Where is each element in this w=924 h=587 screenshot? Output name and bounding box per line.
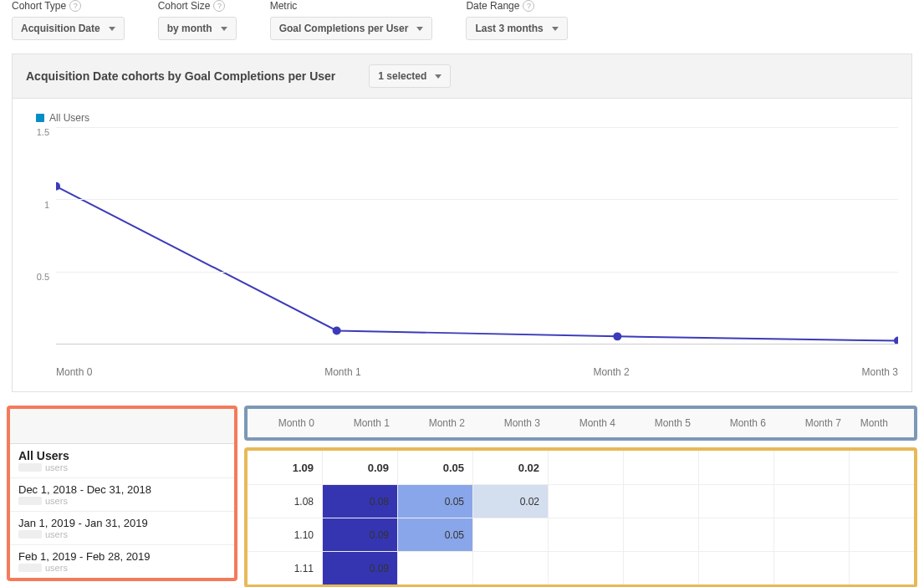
cohort-matrix-cell[interactable] <box>624 485 699 518</box>
cohort-matrix-cell[interactable] <box>624 518 699 551</box>
chevron-down-icon <box>552 27 559 31</box>
svg-point-1 <box>333 326 341 334</box>
cohort-matrix-area: Month 0Month 1Month 2Month 3Month 4Month… <box>237 406 917 587</box>
cohort-matrix-cell[interactable] <box>549 485 624 518</box>
cohort-row-item[interactable]: Dec 1, 2018 - Dec 31, 2018 users <box>10 477 234 511</box>
date-range-label: Date Range ? <box>466 0 567 12</box>
cohort-matrix-cell[interactable] <box>624 552 699 584</box>
cohort-matrix-cell[interactable]: 0.09 <box>323 451 398 484</box>
cohort-matrix-cell[interactable] <box>699 518 774 551</box>
series-selector-dropdown[interactable]: 1 selected <box>369 64 451 88</box>
cohort-column-header: Month 1 <box>323 417 398 429</box>
report-controls: Cohort Type ? Acquisition Date Cohort Si… <box>0 0 924 40</box>
cohort-matrix-cell[interactable] <box>699 485 774 518</box>
cohort-matrix-cell[interactable]: 1.10 <box>248 518 323 551</box>
cohort-matrix-cell[interactable]: 0.02 <box>473 451 549 484</box>
legend-swatch <box>36 114 44 122</box>
cohort-matrix-cell[interactable] <box>398 552 473 584</box>
chart-legend: All Users <box>26 105 898 127</box>
cohort-column-header: Month 7 <box>774 417 850 429</box>
cohort-matrix-cell[interactable] <box>850 451 917 484</box>
cohort-matrix-cell[interactable] <box>699 552 774 584</box>
svg-point-0 <box>56 182 60 191</box>
x-axis: Month 0 Month 1 Month 2 Month 3 <box>26 361 898 378</box>
plot-area[interactable] <box>56 127 898 345</box>
card-body: All Users 1.5 1 0.5 Month 0 Month 1 Mont… <box>13 99 911 391</box>
cohort-type-label: Cohort Type ? <box>12 0 125 12</box>
row-labels-header-gap <box>10 409 234 444</box>
chevron-down-icon <box>435 74 442 79</box>
cohort-matrix-row: 1.090.090.050.02 <box>248 451 914 484</box>
cohort-size-dropdown[interactable]: by month <box>158 17 237 40</box>
card-header: Acquisition Date cohorts by Goal Complet… <box>13 54 911 99</box>
cohort-matrix: 1.090.090.050.021.080.080.050.021.100.09… <box>244 447 917 587</box>
cohort-matrix-cell[interactable]: 0.09 <box>323 518 398 551</box>
cohort-matrix-cell[interactable]: 0.05 <box>398 518 473 551</box>
cohort-matrix-cell[interactable]: 0.08 <box>323 485 398 518</box>
cohort-size-label: Cohort Size ? <box>158 0 237 12</box>
cohort-type-group: Cohort Type ? Acquisition Date <box>12 0 125 40</box>
cohort-matrix-cell[interactable] <box>850 552 917 584</box>
cohort-column-header: Month 6 <box>699 417 774 429</box>
cohort-row-item[interactable]: Feb 1, 2019 - Feb 28, 2019 users <box>10 544 234 578</box>
cohort-matrix-cell[interactable] <box>850 485 917 518</box>
help-icon[interactable]: ? <box>69 0 81 12</box>
metric-label: Metric <box>270 0 433 12</box>
cohort-column-header: Month 3 <box>473 417 549 429</box>
cohort-column-header: Month 0 <box>248 417 323 429</box>
date-range-dropdown[interactable]: Last 3 months <box>466 17 567 40</box>
chevron-down-icon <box>221 27 227 31</box>
cohort-column-header: Month 4 <box>549 417 624 429</box>
date-range-group: Date Range ? Last 3 months <box>466 0 567 40</box>
chevron-down-icon <box>416 27 423 31</box>
cohort-type-dropdown[interactable]: Acquisition Date <box>12 17 125 40</box>
cohort-matrix-cell[interactable] <box>850 518 917 551</box>
cohort-matrix-cell[interactable] <box>774 552 850 584</box>
cohort-matrix-cell[interactable]: 0.05 <box>398 451 473 484</box>
cohort-matrix-cell[interactable]: 1.08 <box>248 485 323 518</box>
cohort-matrix-cell[interactable] <box>549 552 624 584</box>
metric-group: Metric Goal Completions per User <box>270 0 433 40</box>
cohort-matrix-cell[interactable] <box>473 518 549 551</box>
cohort-matrix-cell[interactable]: 0.05 <box>398 485 473 518</box>
cohort-matrix-cell[interactable] <box>774 485 850 518</box>
cohort-matrix-cell[interactable] <box>549 451 624 484</box>
cohort-row-summary[interactable]: All Users users <box>10 444 234 477</box>
svg-point-2 <box>613 332 621 340</box>
y-axis: 1.5 1 0.5 <box>26 127 56 345</box>
card-title: Acquisition Date cohorts by Goal Complet… <box>26 69 335 83</box>
cohort-matrix-cell[interactable]: 0.09 <box>323 552 398 584</box>
chevron-down-icon <box>109 27 115 31</box>
cohort-column-header: Month <box>850 417 896 429</box>
cohort-matrix-row: 1.100.090.05 <box>248 518 914 551</box>
cohort-matrix-cell[interactable]: 0.02 <box>473 485 549 518</box>
cohort-matrix-cell[interactable] <box>774 451 850 484</box>
cohort-matrix-cell[interactable] <box>699 451 774 484</box>
cohort-card: Acquisition Date cohorts by Goal Complet… <box>12 54 912 392</box>
cohort-matrix-cell[interactable] <box>549 518 624 551</box>
legend-label: All Users <box>49 112 89 124</box>
cohort-matrix-row: 1.110.09 <box>248 551 914 584</box>
line-chart[interactable]: 1.5 1 0.5 <box>26 127 898 361</box>
help-icon[interactable]: ? <box>523 0 534 12</box>
cohort-matrix-cell[interactable]: 1.11 <box>248 552 323 584</box>
line-series <box>56 127 898 344</box>
metric-dropdown[interactable]: Goal Completions per User <box>270 17 433 40</box>
cohort-row-item[interactable]: Jan 1, 2019 - Jan 31, 2019 users <box>10 511 234 544</box>
svg-point-3 <box>894 337 898 344</box>
cohort-size-group: Cohort Size ? by month <box>158 0 237 40</box>
cohort-matrix-cell[interactable] <box>774 518 850 551</box>
cohort-column-header: Month 2 <box>398 417 473 429</box>
cohort-column-headers: Month 0Month 1Month 2Month 3Month 4Month… <box>244 406 917 441</box>
cohort-matrix-cell[interactable] <box>473 552 549 584</box>
cohort-matrix-row: 1.080.080.050.02 <box>248 484 914 518</box>
cohort-table: All Users users Dec 1, 2018 - Dec 31, 20… <box>7 406 917 587</box>
cohort-column-header: Month 5 <box>624 417 699 429</box>
help-icon[interactable]: ? <box>213 0 225 12</box>
cohort-matrix-cell[interactable] <box>624 451 699 484</box>
cohort-row-labels: All Users users Dec 1, 2018 - Dec 31, 20… <box>7 406 237 581</box>
cohort-matrix-cell[interactable]: 1.09 <box>248 451 323 484</box>
